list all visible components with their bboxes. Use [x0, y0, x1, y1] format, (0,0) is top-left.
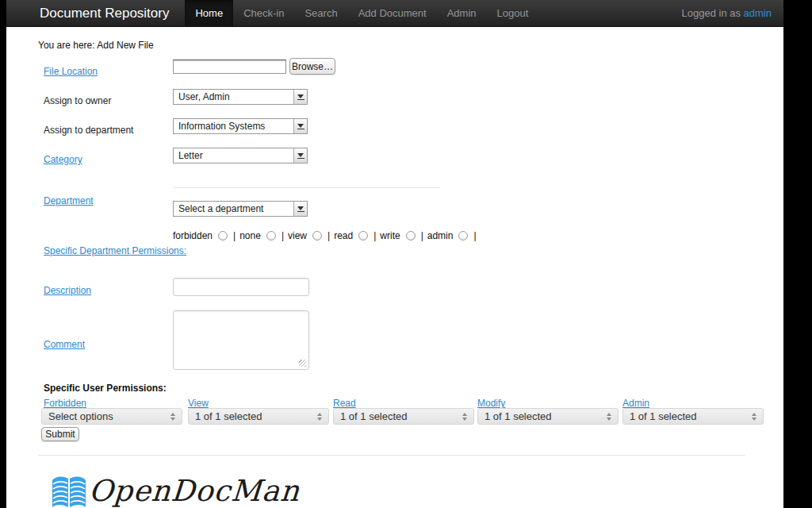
- perm-col-view-label[interactable]: View: [188, 398, 209, 409]
- logged-in-user-link[interactable]: admin: [744, 7, 772, 19]
- category-value: Letter: [174, 150, 293, 161]
- updown-arrow-icon: [170, 413, 182, 421]
- updown-arrow-icon: [462, 413, 473, 421]
- breadcrumb: You are here: Add New File: [38, 40, 154, 51]
- perm-option-label: admin: [427, 230, 454, 241]
- view-multiselect-value: 1 of 1 selected: [189, 410, 317, 422]
- separator: |: [421, 230, 423, 241]
- view-multiselect[interactable]: 1 of 1 selected: [188, 408, 329, 425]
- assign-department-select[interactable]: Information Systems: [173, 118, 308, 134]
- divider: [38, 455, 745, 456]
- radio-view[interactable]: [312, 231, 322, 241]
- forbidden-multiselect-value: Select options: [42, 410, 170, 422]
- comment-textarea[interactable]: [173, 310, 309, 370]
- nav-item-search[interactable]: Search: [294, 0, 347, 26]
- separator: |: [327, 230, 330, 241]
- modify-multiselect-value: 1 of 1 selected: [478, 410, 607, 422]
- perm-col-modify-label[interactable]: Modify: [477, 398, 505, 409]
- forbidden-multiselect[interactable]: Select options: [41, 408, 182, 425]
- specific-user-permissions-title: Specific User Permissions:: [44, 383, 167, 394]
- updown-arrow-icon: [317, 413, 328, 421]
- admin-multiselect[interactable]: 1 of 1 selected: [622, 408, 764, 425]
- separator: |: [282, 230, 284, 241]
- updown-arrow-icon: [752, 413, 763, 421]
- updown-arrow-icon: [607, 413, 618, 421]
- assign-department-label: Assign to department: [44, 125, 133, 136]
- specific-department-permissions-label[interactable]: Specific Department Permissions:: [44, 245, 186, 256]
- dropdown-arrow-icon: [293, 119, 307, 133]
- radio-admin[interactable]: [458, 231, 468, 241]
- file-location-input[interactable]: [173, 60, 286, 74]
- perm-option-label: view: [288, 230, 307, 241]
- department-permissions-radio-row: forbidden| none| view| read| write| admi…: [173, 230, 481, 241]
- nav-item-add-document[interactable]: Add Document: [348, 0, 437, 26]
- assign-owner-select[interactable]: User, Admin: [173, 89, 308, 105]
- dropdown-arrow-icon: [293, 202, 307, 216]
- description-input[interactable]: [173, 278, 309, 296]
- assign-owner-value: User, Admin: [174, 91, 293, 102]
- separator: |: [473, 230, 476, 241]
- dropdown-arrow-icon: [293, 90, 307, 104]
- submit-button[interactable]: Submit: [41, 427, 79, 441]
- radio-none[interactable]: [266, 231, 276, 241]
- department-label[interactable]: Department: [44, 195, 94, 206]
- nav-item-logout[interactable]: Logout: [487, 0, 539, 26]
- read-multiselect[interactable]: 1 of 1 selected: [333, 408, 474, 425]
- comment-label[interactable]: Comment: [44, 339, 85, 350]
- top-navbar: Document Repository Home Check-in Search…: [6, 0, 783, 27]
- browse-button[interactable]: Browse…: [289, 58, 335, 75]
- category-label[interactable]: Category: [44, 154, 82, 165]
- separator: |: [373, 230, 376, 241]
- file-location-label[interactable]: File Location: [44, 66, 98, 77]
- modify-multiselect[interactable]: 1 of 1 selected: [477, 408, 619, 425]
- admin-multiselect-value: 1 of 1 selected: [623, 410, 752, 422]
- nav-item-checkin[interactable]: Check-in: [233, 0, 294, 26]
- main-nav: Home Check-in Search Add Document Admin …: [185, 0, 538, 26]
- category-select[interactable]: Letter: [173, 148, 308, 164]
- radio-read[interactable]: [358, 231, 368, 241]
- radio-forbidden[interactable]: [218, 231, 228, 241]
- perm-col-forbidden-label[interactable]: Forbidden: [44, 398, 86, 409]
- open-book-icon: [52, 475, 86, 508]
- perm-option-label: read: [334, 230, 353, 241]
- logged-in-text: Logged in as: [682, 7, 744, 19]
- description-label[interactable]: Description: [44, 285, 91, 296]
- assign-owner-label: Assign to owner: [44, 95, 111, 106]
- logged-in-status: Logged in as admin: [682, 0, 784, 26]
- app-title: Document Repository: [6, 0, 185, 26]
- perm-option-label: forbidden: [173, 230, 213, 241]
- separator: |: [233, 230, 236, 241]
- nav-item-admin[interactable]: Admin: [437, 0, 487, 26]
- assign-department-value: Information Systems: [174, 121, 293, 132]
- perm-option-label: write: [380, 230, 400, 241]
- dropdown-arrow-icon: [293, 148, 307, 163]
- divider: [173, 187, 440, 188]
- opendocman-logo-text[interactable]: OpenDocMan: [87, 474, 301, 508]
- page-viewport: Document Repository Home Check-in Search…: [6, 0, 783, 508]
- resize-grip-icon[interactable]: [299, 360, 306, 367]
- perm-col-read-label[interactable]: Read: [333, 398, 356, 409]
- nav-item-home[interactable]: Home: [185, 0, 233, 26]
- department-value: Select a department: [174, 203, 293, 214]
- department-select[interactable]: Select a department: [173, 201, 308, 217]
- perm-option-label: none: [239, 230, 261, 241]
- read-multiselect-value: 1 of 1 selected: [334, 410, 462, 422]
- radio-write[interactable]: [406, 231, 416, 241]
- perm-col-admin-label[interactable]: Admin: [622, 398, 649, 409]
